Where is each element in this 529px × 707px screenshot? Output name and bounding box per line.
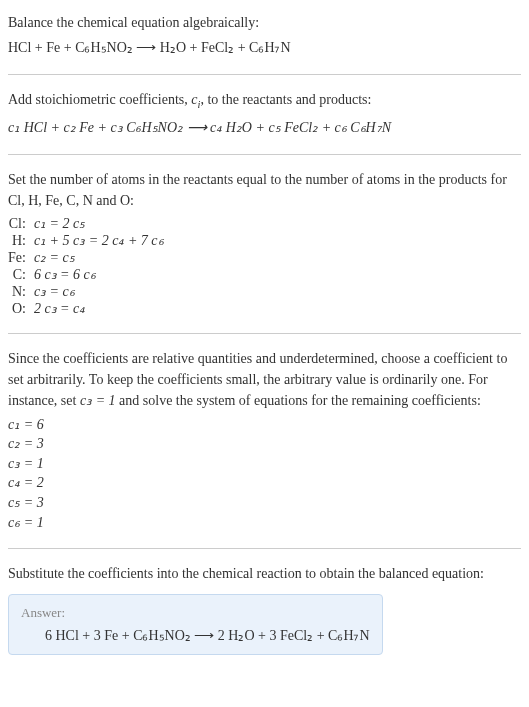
coef-value: c₁ = 6 <box>8 415 521 435</box>
table-row: Fe: c₂ = c₅ <box>8 249 164 266</box>
element-equation: 2 c₃ = c₄ <box>34 300 164 317</box>
coefficient-list: c₁ = 6 c₂ = 3 c₃ = 1 c₄ = 2 c₅ = 3 c₆ = … <box>8 415 521 533</box>
atoms-table: Cl: c₁ = 2 c₅ H: c₁ + 5 c₃ = 2 c₄ + 7 c₆… <box>8 215 164 317</box>
stoich-text-pre: Add stoichiometric coefficients, <box>8 92 191 107</box>
element-equation: c₁ + 5 c₃ = 2 c₄ + 7 c₆ <box>34 232 164 249</box>
coef-value: c₄ = 2 <box>8 473 521 493</box>
element-label: Cl: <box>8 215 34 232</box>
element-label: Fe: <box>8 249 34 266</box>
table-row: H: c₁ + 5 c₃ = 2 c₄ + 7 c₆ <box>8 232 164 249</box>
stoich-equation: c₁ HCl + c₂ Fe + c₃ C₆H₅NO₂ ⟶ c₄ H₂O + c… <box>8 117 521 138</box>
intro-section: Balance the chemical equation algebraica… <box>8 12 521 58</box>
element-label: H: <box>8 232 34 249</box>
answer-box: Answer: 6 HCl + 3 Fe + C₆H₅NO₂ ⟶ 2 H₂O +… <box>8 594 383 655</box>
coef-value: c₅ = 3 <box>8 493 521 513</box>
element-label: N: <box>8 283 34 300</box>
table-row: O: 2 c₃ = c₄ <box>8 300 164 317</box>
coef-value: c₆ = 1 <box>8 513 521 533</box>
substitute-text: Substitute the coefficients into the che… <box>8 563 521 584</box>
stoich-section: Add stoichiometric coefficients, ci, to … <box>8 89 521 138</box>
element-equation: c₁ = 2 c₅ <box>34 215 164 232</box>
element-label: O: <box>8 300 34 317</box>
stoich-text-post: , to the reactants and products: <box>200 92 371 107</box>
element-equation: c₂ = c₅ <box>34 249 164 266</box>
solve-section: Since the coefficients are relative quan… <box>8 348 521 533</box>
element-label: C: <box>8 266 34 283</box>
table-row: Cl: c₁ = 2 c₅ <box>8 215 164 232</box>
element-equation: 6 c₃ = 6 c₆ <box>34 266 164 283</box>
table-row: N: c₃ = c₆ <box>8 283 164 300</box>
divider <box>8 154 521 155</box>
stoich-text: Add stoichiometric coefficients, ci, to … <box>8 89 521 113</box>
answer-label: Answer: <box>21 605 370 621</box>
divider <box>8 333 521 334</box>
coef-value: c₂ = 3 <box>8 434 521 454</box>
coef-value: c₃ = 1 <box>8 454 521 474</box>
atoms-intro: Set the number of atoms in the reactants… <box>8 169 521 211</box>
solve-intro-post: and solve the system of equations for th… <box>116 393 481 408</box>
substitute-section: Substitute the coefficients into the che… <box>8 563 521 655</box>
divider <box>8 548 521 549</box>
c3-set: c₃ = 1 <box>80 393 116 408</box>
element-equation: c₃ = c₆ <box>34 283 164 300</box>
solve-intro: Since the coefficients are relative quan… <box>8 348 521 411</box>
atoms-section: Set the number of atoms in the reactants… <box>8 169 521 317</box>
intro-equation: HCl + Fe + C₆H₅NO₂ ⟶ H₂O + FeCl₂ + C₆H₇N <box>8 37 521 58</box>
intro-text: Balance the chemical equation algebraica… <box>8 12 521 33</box>
table-row: C: 6 c₃ = 6 c₆ <box>8 266 164 283</box>
divider <box>8 74 521 75</box>
answer-equation: 6 HCl + 3 Fe + C₆H₅NO₂ ⟶ 2 H₂O + 3 FeCl₂… <box>21 627 370 644</box>
